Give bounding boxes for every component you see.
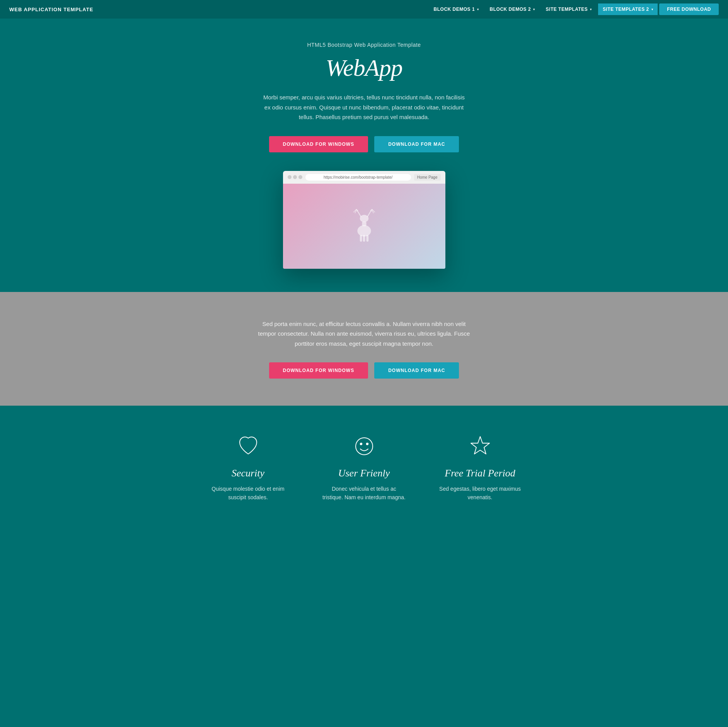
heart-icon — [237, 435, 260, 458]
feature-icon-security — [235, 433, 262, 460]
nav-brand: WEB APPLICATION TEMPLATE — [9, 7, 93, 12]
nav-links: BLOCK DEMOS 1 ▾ BLOCK DEMOS 2 ▾ SITE TEM… — [429, 3, 719, 15]
features-section: Security Quisque molestie odio et enim s… — [0, 406, 728, 533]
browser-content — [283, 184, 445, 269]
gray-section: Sed porta enim nunc, at efficitur lectus… — [0, 292, 728, 406]
chevron-down-icon: ▾ — [477, 8, 479, 11]
download-mac-button-gray[interactable]: DOWNLOAD FOR MAC — [374, 362, 459, 379]
svg-point-15 — [360, 443, 362, 445]
svg-point-14 — [356, 438, 373, 455]
feature-free-trial: Free Trial Period Sed egestas, libero eg… — [438, 433, 523, 502]
star-icon — [469, 435, 492, 458]
browser-url: https://mobirise.com/bootstrap-template/ — [305, 174, 411, 181]
svg-point-16 — [366, 443, 368, 445]
deer-illustration — [349, 207, 380, 246]
feature-desc-user-friendly: Donec vehicula et tellus ac tristique. N… — [322, 485, 407, 502]
svg-line-4 — [367, 209, 372, 217]
navbar: WEB APPLICATION TEMPLATE BLOCK DEMOS 1 ▾… — [0, 0, 728, 19]
nav-block-demos-1[interactable]: BLOCK DEMOS 1 ▾ — [429, 3, 484, 15]
browser-dot-3 — [298, 175, 302, 179]
feature-title-user-friendly: User Frienly — [322, 468, 407, 479]
feature-icon-free-trial — [467, 433, 494, 460]
browser-home-label: Home Page — [414, 174, 441, 181]
chevron-down-icon: ▾ — [651, 8, 653, 11]
browser-dot-1 — [288, 175, 292, 179]
gray-description: Sed porta enim nunc, at efficitur lectus… — [256, 319, 472, 349]
chevron-down-icon: ▾ — [533, 8, 535, 11]
svg-marker-17 — [471, 437, 489, 454]
nav-site-templates-2[interactable]: SITE TEMPLATES 2 ▾ — [598, 3, 658, 15]
feature-user-friendly: User Frienly Donec vehicula et tellus ac… — [322, 433, 407, 502]
free-download-button[interactable]: FREE DOWNLOAD — [659, 3, 719, 15]
svg-line-0 — [356, 209, 361, 217]
hero-subtitle: HTML5 Bootstrap Web Application Template — [8, 42, 720, 48]
svg-rect-13 — [366, 235, 368, 242]
svg-rect-12 — [363, 235, 365, 242]
download-windows-button-hero[interactable]: DOWNLOAD FOR WINDOWS — [269, 136, 368, 152]
hero-buttons: DOWNLOAD FOR WINDOWS DOWNLOAD FOR MAC — [8, 136, 720, 152]
feature-security: Security Quisque molestie odio et enim s… — [206, 433, 291, 502]
svg-point-10 — [357, 225, 371, 236]
nav-block-demos-2[interactable]: BLOCK DEMOS 2 ▾ — [485, 3, 540, 15]
browser-dot-2 — [293, 175, 297, 179]
browser-bar: https://mobirise.com/bootstrap-template/… — [283, 171, 445, 184]
hero-description: Morbi semper, arcu quis varius ultricies… — [260, 92, 469, 122]
feature-desc-free-trial: Sed egestas, libero eget maximus venenat… — [438, 485, 523, 502]
feature-title-free-trial: Free Trial Period — [438, 468, 523, 479]
download-windows-button-gray[interactable]: DOWNLOAD FOR WINDOWS — [269, 362, 368, 379]
hero-title: WebApp — [8, 54, 720, 82]
chevron-down-icon: ▾ — [590, 8, 592, 11]
feature-desc-security: Quisque molestie odio et enim suscipit s… — [206, 485, 291, 502]
download-mac-button-hero[interactable]: DOWNLOAD FOR MAC — [374, 136, 459, 152]
feature-icon-user-friendly — [351, 433, 378, 460]
hero-section: HTML5 Bootstrap Web Application Template… — [0, 19, 728, 292]
feature-title-security: Security — [206, 468, 291, 479]
smiley-icon — [353, 435, 376, 458]
browser-mockup: https://mobirise.com/bootstrap-template/… — [283, 171, 445, 269]
nav-site-templates[interactable]: SITE TEMPLATES ▾ — [541, 3, 597, 15]
browser-dots — [288, 175, 302, 179]
gray-buttons: DOWNLOAD FOR WINDOWS DOWNLOAD FOR MAC — [8, 362, 720, 379]
svg-point-8 — [360, 215, 368, 222]
svg-rect-11 — [360, 235, 362, 242]
features-grid: Security Quisque molestie odio et enim s… — [190, 433, 538, 502]
